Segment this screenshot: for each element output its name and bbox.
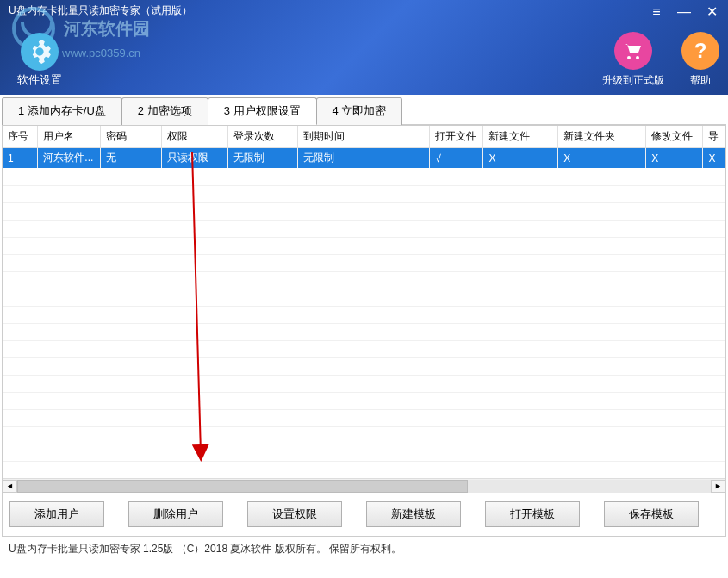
menu-icon[interactable]: ≡ [649,5,664,21]
col-new-folder[interactable]: 新建文件夹 [558,126,646,148]
col-username[interactable]: 用户名 [38,126,100,148]
table-row[interactable] [3,306,725,323]
tab-bar: 1 添加内存卡/U盘 2 加密选项 3 用户权限设置 4 立即加密 [2,96,726,125]
table-row[interactable] [3,237,725,254]
upgrade-button[interactable]: 升级到正式版 [602,32,664,88]
scroll-thumb[interactable] [17,480,468,493]
help-button[interactable]: ? 帮助 [681,32,719,88]
table-row[interactable] [3,168,725,185]
col-expiry[interactable]: 到期时间 [298,126,430,148]
table-row[interactable] [3,323,725,340]
table-header-row: 序号 用户名 密码 权限 登录次数 到期时间 打开文件 新建文件 新建文件夹 修… [3,126,725,148]
gear-icon [21,33,59,71]
table-area: 序号 用户名 密码 权限 登录次数 到期时间 打开文件 新建文件 新建文件夹 修… [3,126,725,478]
watermark-url: www.pc0359.cn [62,47,150,59]
cart-icon [614,32,652,70]
scroll-track[interactable] [17,480,711,493]
table-row[interactable] [3,202,725,220]
table-row[interactable] [3,271,725,289]
open-template-button[interactable]: 打开模板 [485,501,580,527]
col-index[interactable]: 序号 [3,126,38,148]
col-export[interactable]: 导 [703,126,725,148]
col-login-count[interactable]: 登录次数 [227,126,298,148]
delete-user-button[interactable]: 删除用户 [128,501,223,527]
save-template-button[interactable]: 保存模板 [604,501,699,527]
tab-user-permissions[interactable]: 3 用户权限设置 [208,97,317,125]
horizontal-scrollbar[interactable]: ◄ ► [3,478,725,493]
settings-label: 软件设置 [17,73,62,86]
new-template-button[interactable]: 新建模板 [366,501,461,527]
action-button-row: 添加用户 删除用户 设置权限 新建模板 打开模板 保存模板 [3,493,725,536]
col-new-file[interactable]: 新建文件 [483,126,558,148]
table-row[interactable] [3,409,725,426]
minimize-icon[interactable]: — [676,5,692,21]
copyright-text: U盘内存卡批量只读加密专家 1.25版 （C）2018 夏冰软件 版权所有。 保… [9,543,401,555]
col-password[interactable]: 密码 [100,126,161,148]
add-user-button[interactable]: 添加用户 [9,501,104,527]
table-row[interactable] [3,254,725,271]
upgrade-label: 升级到正式版 [602,74,664,86]
scroll-left-icon[interactable]: ◄ [3,480,17,493]
table-row[interactable] [3,392,725,409]
scroll-right-icon[interactable]: ► [711,480,725,493]
table-row[interactable] [3,444,725,461]
tab-encrypt-options[interactable]: 2 加密选项 [121,97,208,125]
col-permission[interactable]: 权限 [162,126,228,148]
tab-add-disk[interactable]: 1 添加内存卡/U盘 [2,97,122,125]
title-bar-area: U盘内存卡批量只读加密专家（试用版） 河东软件园 www.pc0359.cn ≡… [0,0,728,95]
table-row[interactable] [3,185,725,202]
table-row[interactable] [3,220,725,237]
svg-point-0 [37,49,43,55]
help-icon: ? [681,32,719,70]
close-icon[interactable]: ✕ [704,5,719,21]
col-modify-file[interactable]: 修改文件 [646,126,703,148]
status-bar: U盘内存卡批量只读加密专家 1.25版 （C）2018 夏冰软件 版权所有。 保… [0,537,728,562]
table-row[interactable] [3,426,725,444]
table-row[interactable] [3,375,725,392]
table-row[interactable] [3,340,725,357]
help-label: 帮助 [690,74,711,86]
tab-encrypt-now[interactable]: 4 立即加密 [316,97,403,125]
table-row[interactable] [3,289,725,306]
permissions-table[interactable]: 序号 用户名 密码 权限 登录次数 到期时间 打开文件 新建文件 新建文件夹 修… [3,126,725,462]
set-permission-button[interactable]: 设置权限 [247,501,342,527]
settings-button[interactable]: 软件设置 [17,33,62,88]
col-open-file[interactable]: 打开文件 [430,126,483,148]
content-panel: 序号 用户名 密码 权限 登录次数 到期时间 打开文件 新建文件 新建文件夹 修… [2,125,726,537]
table-row[interactable]: 1 河东软件... 无 只读权限 无限制 无限制 √ X X X X [3,148,725,169]
watermark-text: 河东软件园 [64,19,150,38]
table-row[interactable] [3,357,725,375]
